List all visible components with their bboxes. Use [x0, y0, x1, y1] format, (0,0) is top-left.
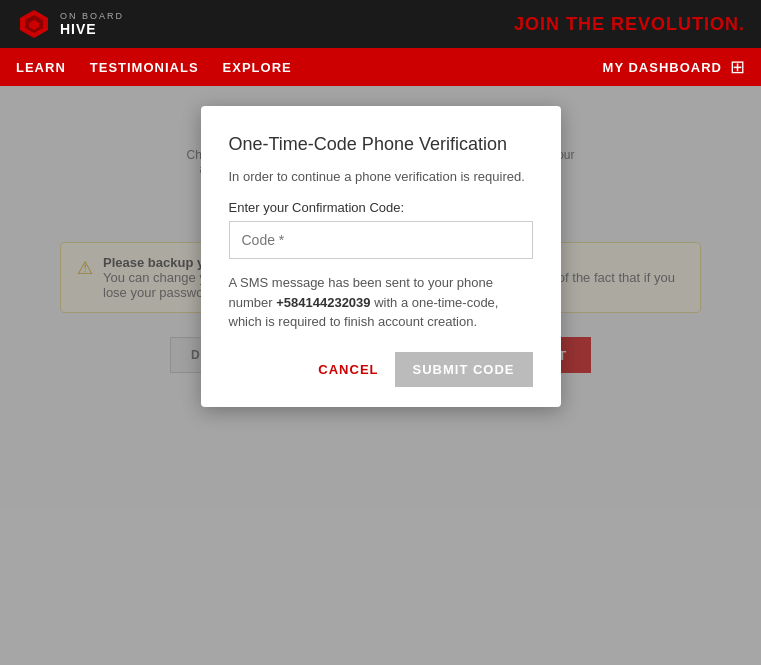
nav-dashboard-label[interactable]: MY DASHBOARD	[603, 60, 722, 75]
dashboard-icon: ⊞	[730, 56, 745, 78]
navigation-bar: LEARN TESTIMONIALS EXPLORE MY DASHBOARD …	[0, 48, 761, 86]
logo-area: ON BOARD HIVE	[16, 6, 124, 42]
app-header: ON BOARD HIVE JOIN THE REVOLUTION.	[0, 0, 761, 48]
code-input[interactable]	[229, 221, 533, 259]
phone-number: +584144232039	[276, 295, 370, 310]
hive-logo-icon	[16, 6, 52, 42]
modal-description: In order to continue a phone verificatio…	[229, 169, 533, 184]
header-tagline: JOIN THE REVOLUTION.	[514, 14, 745, 35]
main-content: ✓ Choose your account 2 Backup your acco…	[0, 86, 761, 665]
modal-title: One-Time-Code Phone Verification	[229, 134, 533, 155]
logo-top-text: ON BOARD	[60, 11, 124, 21]
nav-left: LEARN TESTIMONIALS EXPLORE	[16, 60, 603, 75]
nav-item-testimonials[interactable]: TESTIMONIALS	[90, 60, 199, 75]
modal-overlay: One-Time-Code Phone Verification In orde…	[0, 86, 761, 665]
phone-verification-modal: One-Time-Code Phone Verification In orde…	[201, 106, 561, 407]
logo-text-block: ON BOARD HIVE	[60, 11, 124, 37]
submit-code-button[interactable]: SUBMIT CODE	[395, 352, 533, 387]
modal-actions: CANCEL SUBMIT CODE	[229, 352, 533, 387]
nav-right: MY DASHBOARD ⊞	[603, 56, 745, 78]
modal-sms-info: A SMS message has been sent to your phon…	[229, 273, 533, 332]
cancel-button[interactable]: CANCEL	[306, 354, 390, 385]
nav-item-learn[interactable]: LEARN	[16, 60, 66, 75]
logo-bottom-text: HIVE	[60, 21, 124, 37]
nav-item-explore[interactable]: EXPLORE	[223, 60, 292, 75]
modal-input-label: Enter your Confirmation Code:	[229, 200, 533, 215]
